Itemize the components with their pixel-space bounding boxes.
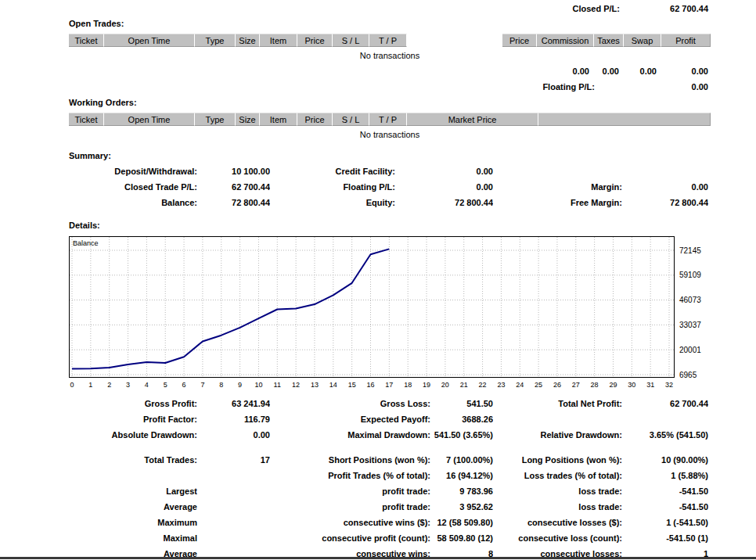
- stats-row: Profit Trades (% of total): 16 (94.12%) …: [69, 471, 711, 486]
- stat-value: 116.79: [197, 415, 270, 430]
- stat-label: Maximal: [69, 533, 197, 549]
- column-header-open-price: Price: [297, 113, 333, 126]
- summary-label: [493, 167, 622, 182]
- stat-label: loss trade:: [493, 502, 622, 518]
- stat-value: 9 783.96: [430, 486, 493, 502]
- stat-label: Loss trades (% of total):: [493, 471, 622, 486]
- stats-row: Absolute Drawdown: 0.00 Maximal Drawdown…: [69, 430, 711, 446]
- stats-row: Profit Factor: 116.79 Expected Payoff: 3…: [69, 415, 711, 430]
- svg-text:11: 11: [274, 381, 281, 389]
- stat-value: [197, 518, 270, 533]
- summary-label: Free Margin:: [493, 198, 622, 214]
- stat-label: Total Net Profit:: [493, 399, 622, 415]
- summary-value: 72 800.44: [197, 198, 270, 214]
- totals-swap: 0.00: [624, 66, 661, 77]
- stat-label: consecutive losses ($):: [493, 518, 622, 533]
- svg-text:6: 6: [182, 381, 186, 389]
- svg-text:16: 16: [366, 381, 374, 389]
- stat-value: [197, 471, 270, 486]
- stat-value: -541.50: [622, 486, 708, 502]
- svg-text:14: 14: [329, 381, 337, 389]
- column-header-spacer: [407, 34, 502, 47]
- stat-value: 16 (94.12%): [430, 471, 493, 486]
- totals-taxes: 0.00: [594, 66, 624, 77]
- svg-text:24: 24: [516, 381, 524, 389]
- open-trades-empty-message: No transactions: [69, 51, 711, 61]
- summary-label: Credit Facility:: [270, 167, 395, 182]
- svg-text:6965: 6965: [679, 371, 697, 379]
- column-header-market-price: Market Price: [407, 113, 538, 126]
- svg-text:23: 23: [497, 381, 505, 389]
- column-header-profit: Profit: [661, 34, 711, 47]
- stat-value: 12 (58 509.80): [430, 518, 493, 533]
- column-header-stop-loss: S / L: [333, 34, 369, 47]
- stat-value: 1 (-541.50): [622, 518, 708, 533]
- column-header-item: Item: [260, 113, 297, 126]
- svg-text:12: 12: [292, 381, 300, 389]
- open-trades-totals-row: 0.00 0.00 0.00 0.00: [69, 66, 711, 77]
- summary-heading: Summary:: [69, 151, 756, 162]
- summary-label: Floating P/L:: [270, 182, 395, 198]
- summary-row: Balance: 72 800.44 Equity: 72 800.44 Fre…: [69, 198, 711, 214]
- summary-label: Closed Trade P/L:: [69, 182, 197, 198]
- svg-text:13: 13: [311, 381, 319, 389]
- stat-label: Relative Drawdown:: [493, 430, 622, 446]
- summary-value: [622, 167, 708, 182]
- closed-pl-row: Closed P/L: 62 700.44: [69, 3, 711, 14]
- stat-label: Short Positions (won %):: [270, 455, 430, 471]
- svg-text:7: 7: [200, 381, 204, 389]
- column-header-taxes: Taxes: [594, 34, 624, 47]
- stat-value: 62 700.44: [622, 399, 708, 415]
- statistics-section: Gross Profit: 63 241.94 Gross Loss: 541.…: [0, 399, 756, 560]
- summary-value: 72 800.44: [395, 198, 493, 214]
- svg-text:Balance: Balance: [73, 239, 99, 247]
- column-header-commission: Commission: [537, 34, 594, 47]
- summary-value: 62 700.44: [197, 182, 270, 198]
- svg-text:5: 5: [164, 381, 167, 389]
- stat-value: 17: [197, 455, 270, 471]
- svg-text:8: 8: [219, 381, 223, 389]
- summary-label: Balance:: [69, 198, 197, 214]
- svg-text:32: 32: [665, 381, 673, 389]
- svg-text:46073: 46073: [679, 296, 701, 304]
- stat-label: Expected Payoff:: [270, 415, 430, 430]
- stat-value: 541.50: [430, 399, 493, 415]
- column-header-empty: [538, 113, 711, 126]
- stat-label: Total Trades:: [69, 455, 197, 471]
- stat-value: [622, 415, 708, 430]
- svg-text:31: 31: [646, 381, 654, 389]
- svg-text:25: 25: [535, 381, 542, 389]
- stat-label: Maximal Drawdown:: [270, 430, 430, 446]
- stat-value: 541.50 (3.65%): [430, 430, 493, 446]
- svg-text:15: 15: [348, 381, 356, 389]
- column-header-ticket: Ticket: [69, 34, 104, 47]
- svg-text:72145: 72145: [679, 246, 701, 255]
- svg-text:18: 18: [404, 381, 412, 389]
- stats-row: Total Trades: 17 Short Positions (won %)…: [69, 455, 711, 471]
- svg-text:3: 3: [126, 381, 130, 389]
- svg-text:19: 19: [423, 381, 430, 389]
- summary-section: Deposit/Withdrawal: 10 100.00 Credit Fac…: [0, 167, 756, 214]
- stat-label: loss trade:: [493, 486, 622, 502]
- column-header-ticket: Ticket: [69, 113, 104, 126]
- summary-value: 0.00: [395, 182, 493, 198]
- summary-value: 0.00: [622, 182, 708, 198]
- stat-label: Long Positions (won %):: [493, 455, 622, 471]
- stat-label: consecutive loss (count):: [493, 533, 622, 549]
- stat-value: -541.50: [622, 502, 708, 518]
- stat-label: profit trade:: [270, 502, 430, 518]
- svg-text:26: 26: [553, 381, 561, 389]
- column-header-type: Type: [195, 113, 236, 126]
- floating-pl-label: Floating P/L:: [542, 82, 595, 92]
- summary-row: Deposit/Withdrawal: 10 100.00 Credit Fac…: [69, 167, 711, 182]
- column-header-type: Type: [195, 34, 236, 47]
- column-header-open-time: Open Time: [104, 34, 195, 47]
- svg-text:27: 27: [572, 381, 580, 389]
- stat-value: -541.50 (1): [622, 533, 708, 549]
- svg-text:33037: 33037: [679, 321, 701, 329]
- stats-row: Gross Profit: 63 241.94 Gross Loss: 541.…: [69, 399, 711, 415]
- stat-label: Gross Profit:: [69, 399, 197, 415]
- svg-text:10: 10: [254, 381, 262, 389]
- svg-text:20001: 20001: [679, 346, 701, 354]
- details-heading: Details:: [69, 221, 756, 232]
